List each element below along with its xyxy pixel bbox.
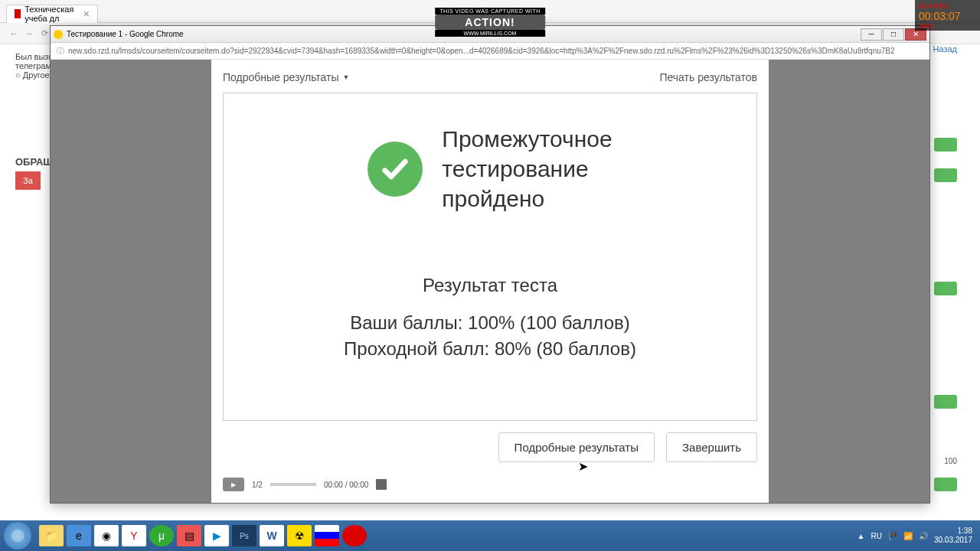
chrome-icon [54, 30, 63, 39]
caret-down-icon: ▼ [343, 73, 350, 81]
print-results-link[interactable]: Печать результатов [659, 71, 757, 83]
radiation-icon[interactable]: ☢ [287, 525, 312, 546]
browser-tab[interactable]: Техническая учеба дл × [6, 5, 98, 23]
word-icon[interactable]: W [260, 525, 284, 546]
media-controls: ▶ 1/2 00:00 / 00:00 [211, 474, 769, 495]
wmp-icon[interactable]: ▶ [204, 525, 229, 546]
green-button[interactable] [934, 282, 957, 295]
detailed-results-button[interactable]: Подробные результаты [498, 432, 655, 462]
test-result-content: Подробные результаты ▼ Печать результато… [211, 60, 769, 503]
volume-icon[interactable]: 🔊 [919, 532, 928, 540]
recorder-overlay: 05 ● REC 00:03:07 2001 [915, 0, 980, 31]
recording-watermark: THIS VIDEO WAS CAPTURED WITH ACTION! WWW… [435, 8, 545, 37]
start-button[interactable] [4, 522, 31, 549]
forward-icon: → [21, 29, 37, 38]
lang-indicator[interactable]: RU [871, 532, 881, 540]
svg-point-0 [11, 530, 24, 543]
popup-window: Тестирование 1 - Google Chrome ─ □ ✕ ⓘ n… [50, 25, 930, 504]
window-title: Тестирование 1 - Google Chrome [67, 30, 184, 38]
utorrent-icon[interactable]: μ [149, 525, 174, 546]
info-icon: ⓘ [57, 46, 64, 57]
passing-score: Проходной балл: 80% (80 баллов) [247, 336, 733, 362]
tab-title: Техническая учеба дл [24, 5, 83, 23]
play-button[interactable]: ▶ [223, 478, 244, 491]
popup-url: new.sdo.rzd.ru/lmsds/courseitem/courseit… [68, 47, 895, 55]
detailed-results-dropdown[interactable]: Подробные результаты ▼ [223, 71, 350, 83]
test-passed-text: Промежуточное тестирование пройдено [442, 124, 612, 214]
yandex-icon[interactable]: Y [122, 525, 146, 546]
bg-green-buttons [934, 121, 957, 508]
bg-red-button[interactable]: За [15, 171, 41, 190]
back-icon[interactable]: ← [6, 29, 21, 38]
fullscreen-button[interactable] [376, 479, 387, 490]
tab-close-icon[interactable]: × [83, 8, 90, 20]
ru-flag-icon[interactable] [315, 525, 339, 546]
result-title: Результат теста [247, 275, 733, 296]
flag-icon[interactable]: 🏴 [888, 532, 897, 540]
ie-icon[interactable]: e [67, 525, 91, 546]
popup-address-bar[interactable]: ⓘ new.sdo.rzd.ru/lmsds/courseitem/course… [51, 43, 929, 60]
progress-bar[interactable] [270, 483, 316, 486]
page-indicator: 1/2 [252, 481, 263, 489]
percent-value: 100 [944, 457, 957, 482]
left-gray-panel [51, 60, 211, 503]
media-time: 00:00 / 00:00 [324, 481, 368, 489]
maximize-button[interactable]: □ [883, 28, 904, 41]
green-button[interactable] [934, 168, 957, 182]
photoshop-icon[interactable]: Ps [232, 525, 256, 546]
app-icon[interactable]: ▤ [177, 525, 201, 546]
windows-taskbar: 📁 e ◉ Y μ ▤ ▶ Ps W ☢ ▲ RU 🏴 📶 🔊 1:38 30.… [0, 520, 980, 551]
chrome-icon[interactable]: ◉ [94, 525, 119, 546]
finish-button[interactable]: Завершить [666, 432, 757, 462]
success-check-icon [368, 142, 423, 197]
network-icon[interactable]: 📶 [903, 532, 913, 540]
clock[interactable]: 1:38 30.03.2017 [934, 527, 972, 545]
tray-arrow-icon[interactable]: ▲ [858, 532, 865, 540]
green-button[interactable] [934, 395, 957, 409]
system-tray[interactable]: ▲ RU 🏴 📶 🔊 1:38 30.03.2017 [858, 527, 976, 545]
explorer-icon[interactable]: 📁 [39, 525, 64, 546]
right-gray-panel [769, 60, 929, 503]
result-box: Промежуточное тестирование пройдено Резу… [223, 93, 757, 421]
tab-favicon [15, 9, 21, 18]
your-score: Ваши баллы: 100% (100 баллов) [247, 310, 733, 336]
minimize-button[interactable]: ─ [861, 28, 882, 41]
green-button[interactable] [934, 138, 957, 152]
back-link[interactable]: Назад [933, 44, 957, 54]
action-icon[interactable] [342, 525, 367, 546]
